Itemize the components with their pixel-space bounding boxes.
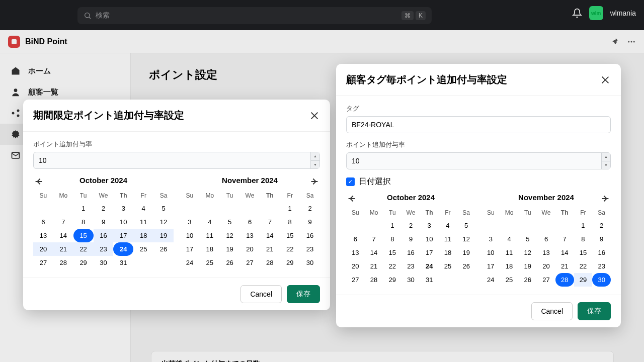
calendar-day[interactable]: 1 <box>383 219 401 232</box>
calendar-day[interactable]: 5 <box>153 202 174 215</box>
calendar-day[interactable]: 5 <box>457 219 475 232</box>
calendar-day[interactable]: 8 <box>73 215 94 229</box>
calendar-day[interactable]: 18 <box>439 246 457 259</box>
calendar-day[interactable]: 3 <box>113 202 133 215</box>
calendar-day[interactable]: 24 <box>481 273 500 287</box>
calendar-day[interactable]: 12 <box>457 232 475 246</box>
calendar-day[interactable]: 30 <box>401 273 420 287</box>
calendar-day[interactable]: 4 <box>133 202 153 215</box>
calendar-day[interactable]: 31 <box>113 256 133 269</box>
calendar-day[interactable]: 13 <box>33 229 53 242</box>
calendar-day[interactable]: 2 <box>401 219 420 232</box>
calendar-day[interactable]: 29 <box>73 256 94 269</box>
calendar-day[interactable]: 30 <box>300 256 320 269</box>
calendar-day[interactable]: 14 <box>555 246 574 259</box>
calendar-day[interactable]: 22 <box>280 242 300 256</box>
calendar-day[interactable]: 17 <box>420 246 439 259</box>
calendar-day[interactable]: 13 <box>537 246 555 259</box>
calendar-day[interactable]: 22 <box>574 259 593 273</box>
calendar-day[interactable]: 28 <box>365 273 383 287</box>
calendar-day[interactable]: 10 <box>113 215 133 229</box>
calendar-day[interactable]: 10 <box>180 229 200 242</box>
calendar-day[interactable]: 11 <box>133 215 153 229</box>
calendar-day[interactable]: 2 <box>300 202 320 215</box>
prev-month-icon[interactable] <box>346 193 357 204</box>
close-icon[interactable] <box>309 110 320 121</box>
calendar-day[interactable]: 3 <box>180 215 200 229</box>
calendar-day[interactable]: 21 <box>260 242 280 256</box>
cancel-button[interactable]: Cancel <box>240 285 282 303</box>
calendar-day[interactable]: 12 <box>153 215 174 229</box>
calendar-day[interactable]: 30 <box>592 273 611 287</box>
calendar-day[interactable]: 6 <box>346 232 365 246</box>
calendar-day[interactable]: 8 <box>574 232 593 246</box>
calendar-day[interactable]: 1 <box>574 219 593 232</box>
calendar-day[interactable]: 15 <box>383 246 401 259</box>
calendar-day[interactable]: 23 <box>401 259 420 273</box>
calendar-day[interactable]: 16 <box>592 246 611 259</box>
calendar-day[interactable]: 19 <box>220 242 240 256</box>
calendar-day[interactable]: 15 <box>280 229 300 242</box>
calendar-day[interactable]: 1 <box>280 202 300 215</box>
calendar-day[interactable]: 28 <box>260 256 280 269</box>
calendar-day[interactable]: 13 <box>346 246 365 259</box>
calendar-day[interactable]: 9 <box>592 232 611 246</box>
calendar-day[interactable]: 11 <box>200 229 220 242</box>
prev-month-icon[interactable] <box>33 176 44 187</box>
calendar-day[interactable]: 6 <box>33 215 53 229</box>
calendar-day[interactable]: 24 <box>180 256 200 269</box>
rate-input[interactable] <box>33 152 320 169</box>
calendar-day[interactable]: 27 <box>240 256 260 269</box>
calendar-day[interactable]: 5 <box>518 232 537 246</box>
calendar-day[interactable]: 1 <box>73 202 94 215</box>
calendar-day[interactable]: 23 <box>592 259 611 273</box>
calendar-day[interactable]: 21 <box>555 259 574 273</box>
save-button[interactable]: 保存 <box>287 285 320 303</box>
calendar-day[interactable]: 21 <box>53 242 73 256</box>
date-select-checkbox[interactable]: ✓日付選択 <box>346 176 611 187</box>
calendar-day[interactable]: 4 <box>500 232 519 246</box>
calendar-day[interactable]: 7 <box>555 232 574 246</box>
calendar-day[interactable]: 18 <box>500 259 519 273</box>
calendar-day[interactable]: 26 <box>457 259 475 273</box>
save-button[interactable]: 保存 <box>578 302 611 320</box>
calendar-day[interactable]: 9 <box>401 232 420 246</box>
calendar-day[interactable]: 27 <box>33 256 53 269</box>
calendar-day[interactable]: 4 <box>439 219 457 232</box>
calendar-day[interactable]: 19 <box>153 229 174 242</box>
calendar-day[interactable]: 15 <box>574 246 593 259</box>
calendar-day[interactable]: 18 <box>200 242 220 256</box>
calendar-day[interactable]: 16 <box>94 229 114 242</box>
tag-input[interactable] <box>346 116 611 133</box>
calendar-day[interactable]: 25 <box>500 273 519 287</box>
calendar-day[interactable]: 25 <box>133 242 153 256</box>
calendar-day[interactable]: 29 <box>280 256 300 269</box>
calendar-day[interactable]: 31 <box>420 273 439 287</box>
calendar-day[interactable]: 7 <box>260 215 280 229</box>
calendar-day[interactable]: 26 <box>220 256 240 269</box>
calendar-day[interactable]: 9 <box>300 215 320 229</box>
calendar-day[interactable]: 20 <box>537 259 555 273</box>
calendar-day[interactable]: 28 <box>53 256 73 269</box>
spinner[interactable]: ▲▼ <box>601 153 610 169</box>
calendar-day[interactable]: 23 <box>300 242 320 256</box>
calendar-day[interactable]: 16 <box>401 246 420 259</box>
calendar-day[interactable]: 6 <box>240 215 260 229</box>
calendar-day[interactable]: 7 <box>365 232 383 246</box>
calendar-day[interactable]: 4 <box>200 215 220 229</box>
calendar-day[interactable]: 3 <box>420 219 439 232</box>
calendar-day[interactable]: 24 <box>420 259 439 273</box>
calendar-day[interactable]: 8 <box>280 215 300 229</box>
calendar-day[interactable]: 12 <box>518 246 537 259</box>
calendar-day[interactable]: 29 <box>574 273 593 287</box>
next-month-icon[interactable] <box>309 176 320 187</box>
close-icon[interactable] <box>600 74 611 85</box>
calendar-day[interactable]: 6 <box>537 232 555 246</box>
cancel-button[interactable]: Cancel <box>531 302 573 320</box>
calendar-day[interactable]: 17 <box>180 242 200 256</box>
calendar-day[interactable]: 7 <box>53 215 73 229</box>
calendar-day[interactable]: 14 <box>53 229 73 242</box>
calendar-day[interactable]: 27 <box>346 273 365 287</box>
calendar-day[interactable]: 14 <box>260 229 280 242</box>
calendar-day[interactable]: 10 <box>420 232 439 246</box>
